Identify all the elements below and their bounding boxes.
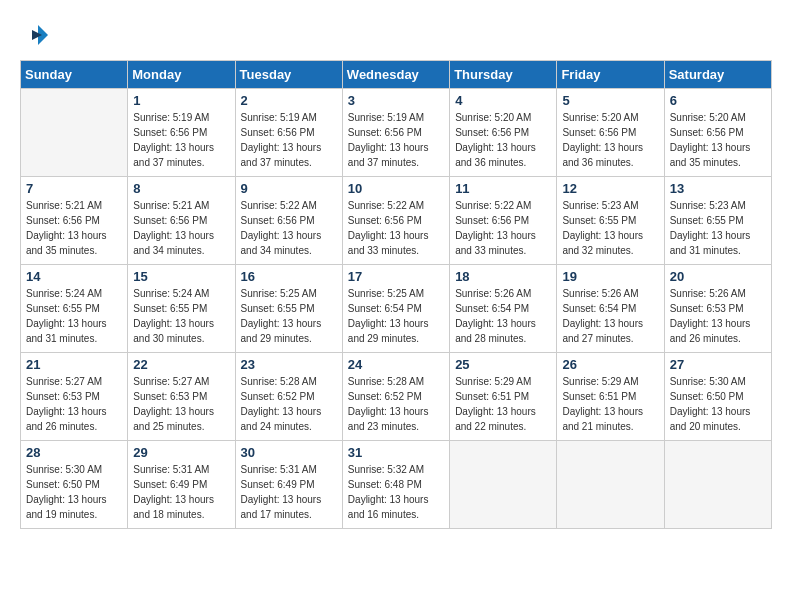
day-info: Sunrise: 5:31 AM Sunset: 6:49 PM Dayligh…: [133, 462, 229, 522]
calendar-cell: 11 Sunrise: 5:22 AM Sunset: 6:56 PM Dayl…: [450, 177, 557, 265]
day-info: Sunrise: 5:20 AM Sunset: 6:56 PM Dayligh…: [455, 110, 551, 170]
day-number: 13: [670, 181, 766, 196]
day-info: Sunrise: 5:25 AM Sunset: 6:55 PM Dayligh…: [241, 286, 337, 346]
calendar-cell: 19 Sunrise: 5:26 AM Sunset: 6:54 PM Dayl…: [557, 265, 664, 353]
day-number: 12: [562, 181, 658, 196]
day-info: Sunrise: 5:19 AM Sunset: 6:56 PM Dayligh…: [348, 110, 444, 170]
weekday-header-saturday: Saturday: [664, 61, 771, 89]
weekday-header-thursday: Thursday: [450, 61, 557, 89]
day-number: 23: [241, 357, 337, 372]
calendar-cell: 22 Sunrise: 5:27 AM Sunset: 6:53 PM Dayl…: [128, 353, 235, 441]
day-number: 31: [348, 445, 444, 460]
day-number: 25: [455, 357, 551, 372]
day-number: 24: [348, 357, 444, 372]
day-info: Sunrise: 5:22 AM Sunset: 6:56 PM Dayligh…: [348, 198, 444, 258]
calendar-cell: 7 Sunrise: 5:21 AM Sunset: 6:56 PM Dayli…: [21, 177, 128, 265]
calendar-cell: 24 Sunrise: 5:28 AM Sunset: 6:52 PM Dayl…: [342, 353, 449, 441]
day-number: 30: [241, 445, 337, 460]
calendar-cell: 6 Sunrise: 5:20 AM Sunset: 6:56 PM Dayli…: [664, 89, 771, 177]
day-info: Sunrise: 5:32 AM Sunset: 6:48 PM Dayligh…: [348, 462, 444, 522]
calendar-cell: 28 Sunrise: 5:30 AM Sunset: 6:50 PM Dayl…: [21, 441, 128, 529]
day-number: 11: [455, 181, 551, 196]
calendar-cell: 25 Sunrise: 5:29 AM Sunset: 6:51 PM Dayl…: [450, 353, 557, 441]
calendar-cell: 18 Sunrise: 5:26 AM Sunset: 6:54 PM Dayl…: [450, 265, 557, 353]
weekday-header-friday: Friday: [557, 61, 664, 89]
day-number: 22: [133, 357, 229, 372]
calendar-cell: 12 Sunrise: 5:23 AM Sunset: 6:55 PM Dayl…: [557, 177, 664, 265]
calendar-cell: 27 Sunrise: 5:30 AM Sunset: 6:50 PM Dayl…: [664, 353, 771, 441]
day-number: 5: [562, 93, 658, 108]
day-info: Sunrise: 5:19 AM Sunset: 6:56 PM Dayligh…: [241, 110, 337, 170]
day-number: 14: [26, 269, 122, 284]
day-info: Sunrise: 5:21 AM Sunset: 6:56 PM Dayligh…: [26, 198, 122, 258]
week-row-3: 14 Sunrise: 5:24 AM Sunset: 6:55 PM Dayl…: [21, 265, 772, 353]
weekday-header-wednesday: Wednesday: [342, 61, 449, 89]
day-info: Sunrise: 5:31 AM Sunset: 6:49 PM Dayligh…: [241, 462, 337, 522]
calendar-cell: 15 Sunrise: 5:24 AM Sunset: 6:55 PM Dayl…: [128, 265, 235, 353]
day-info: Sunrise: 5:25 AM Sunset: 6:54 PM Dayligh…: [348, 286, 444, 346]
calendar-cell: [450, 441, 557, 529]
calendar-cell: 3 Sunrise: 5:19 AM Sunset: 6:56 PM Dayli…: [342, 89, 449, 177]
calendar-cell: 21 Sunrise: 5:27 AM Sunset: 6:53 PM Dayl…: [21, 353, 128, 441]
day-info: Sunrise: 5:29 AM Sunset: 6:51 PM Dayligh…: [455, 374, 551, 434]
day-number: 17: [348, 269, 444, 284]
calendar-cell: 29 Sunrise: 5:31 AM Sunset: 6:49 PM Dayl…: [128, 441, 235, 529]
day-info: Sunrise: 5:26 AM Sunset: 6:54 PM Dayligh…: [562, 286, 658, 346]
day-number: 16: [241, 269, 337, 284]
day-number: 20: [670, 269, 766, 284]
page-header: [20, 20, 772, 50]
calendar-cell: 5 Sunrise: 5:20 AM Sunset: 6:56 PM Dayli…: [557, 89, 664, 177]
calendar-cell: 9 Sunrise: 5:22 AM Sunset: 6:56 PM Dayli…: [235, 177, 342, 265]
day-number: 8: [133, 181, 229, 196]
calendar-table: SundayMondayTuesdayWednesdayThursdayFrid…: [20, 60, 772, 529]
calendar-cell: 20 Sunrise: 5:26 AM Sunset: 6:53 PM Dayl…: [664, 265, 771, 353]
day-number: 26: [562, 357, 658, 372]
calendar-cell: 1 Sunrise: 5:19 AM Sunset: 6:56 PM Dayli…: [128, 89, 235, 177]
calendar-cell: 13 Sunrise: 5:23 AM Sunset: 6:55 PM Dayl…: [664, 177, 771, 265]
day-info: Sunrise: 5:20 AM Sunset: 6:56 PM Dayligh…: [670, 110, 766, 170]
calendar-cell: 10 Sunrise: 5:22 AM Sunset: 6:56 PM Dayl…: [342, 177, 449, 265]
day-number: 29: [133, 445, 229, 460]
day-info: Sunrise: 5:26 AM Sunset: 6:53 PM Dayligh…: [670, 286, 766, 346]
calendar-cell: 8 Sunrise: 5:21 AM Sunset: 6:56 PM Dayli…: [128, 177, 235, 265]
day-number: 1: [133, 93, 229, 108]
day-number: 3: [348, 93, 444, 108]
day-info: Sunrise: 5:29 AM Sunset: 6:51 PM Dayligh…: [562, 374, 658, 434]
day-info: Sunrise: 5:28 AM Sunset: 6:52 PM Dayligh…: [241, 374, 337, 434]
day-number: 2: [241, 93, 337, 108]
calendar-cell: 16 Sunrise: 5:25 AM Sunset: 6:55 PM Dayl…: [235, 265, 342, 353]
day-number: 18: [455, 269, 551, 284]
day-info: Sunrise: 5:27 AM Sunset: 6:53 PM Dayligh…: [133, 374, 229, 434]
calendar-cell: 23 Sunrise: 5:28 AM Sunset: 6:52 PM Dayl…: [235, 353, 342, 441]
day-info: Sunrise: 5:19 AM Sunset: 6:56 PM Dayligh…: [133, 110, 229, 170]
calendar-cell: 17 Sunrise: 5:25 AM Sunset: 6:54 PM Dayl…: [342, 265, 449, 353]
week-row-5: 28 Sunrise: 5:30 AM Sunset: 6:50 PM Dayl…: [21, 441, 772, 529]
day-number: 6: [670, 93, 766, 108]
day-info: Sunrise: 5:27 AM Sunset: 6:53 PM Dayligh…: [26, 374, 122, 434]
calendar-cell: [21, 89, 128, 177]
calendar-cell: [664, 441, 771, 529]
day-info: Sunrise: 5:22 AM Sunset: 6:56 PM Dayligh…: [241, 198, 337, 258]
logo: [20, 20, 52, 50]
calendar-cell: 14 Sunrise: 5:24 AM Sunset: 6:55 PM Dayl…: [21, 265, 128, 353]
day-info: Sunrise: 5:20 AM Sunset: 6:56 PM Dayligh…: [562, 110, 658, 170]
week-row-2: 7 Sunrise: 5:21 AM Sunset: 6:56 PM Dayli…: [21, 177, 772, 265]
week-row-1: 1 Sunrise: 5:19 AM Sunset: 6:56 PM Dayli…: [21, 89, 772, 177]
day-info: Sunrise: 5:30 AM Sunset: 6:50 PM Dayligh…: [26, 462, 122, 522]
calendar-cell: 4 Sunrise: 5:20 AM Sunset: 6:56 PM Dayli…: [450, 89, 557, 177]
day-info: Sunrise: 5:22 AM Sunset: 6:56 PM Dayligh…: [455, 198, 551, 258]
day-number: 15: [133, 269, 229, 284]
day-number: 28: [26, 445, 122, 460]
day-number: 9: [241, 181, 337, 196]
calendar-cell: 30 Sunrise: 5:31 AM Sunset: 6:49 PM Dayl…: [235, 441, 342, 529]
day-number: 19: [562, 269, 658, 284]
calendar-cell: 2 Sunrise: 5:19 AM Sunset: 6:56 PM Dayli…: [235, 89, 342, 177]
calendar-cell: [557, 441, 664, 529]
weekday-header-tuesday: Tuesday: [235, 61, 342, 89]
weekday-header-sunday: Sunday: [21, 61, 128, 89]
day-info: Sunrise: 5:24 AM Sunset: 6:55 PM Dayligh…: [133, 286, 229, 346]
day-info: Sunrise: 5:30 AM Sunset: 6:50 PM Dayligh…: [670, 374, 766, 434]
logo-icon: [20, 20, 50, 50]
day-number: 7: [26, 181, 122, 196]
day-info: Sunrise: 5:28 AM Sunset: 6:52 PM Dayligh…: [348, 374, 444, 434]
